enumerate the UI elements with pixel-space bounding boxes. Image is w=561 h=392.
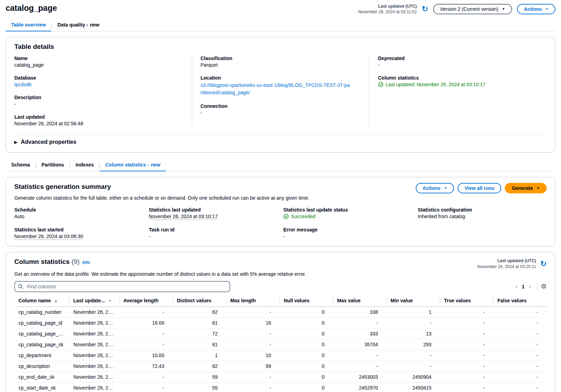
column-header-label: Column name: [19, 298, 51, 303]
generate-button[interactable]: Generate ▼: [505, 183, 547, 193]
cell: -: [119, 306, 173, 317]
chevron-down-icon: ▼: [444, 187, 447, 190]
cell: 0: [279, 361, 333, 371]
column-statistics-table: Column name▲Last update...▼Average lengt…: [14, 296, 547, 392]
table-row: cp_start_date_skNovember 26, 2024-55-024…: [14, 382, 547, 392]
column-header-true-values[interactable]: True values: [440, 296, 493, 307]
column-header-column-name[interactable]: Column name▲: [14, 296, 69, 307]
cell-column-name: cp_catalog_page_id: [14, 317, 69, 328]
s3-location-link[interactable]: s3://blogpost-sparkoneks-us-east-1/blog/…: [201, 82, 351, 96]
details-column-3: Deprecated - Column statistics Last upda…: [369, 56, 547, 126]
field-name: Name catalog_page: [14, 56, 183, 68]
cell: 2453003: [333, 371, 386, 382]
column-header-false-values[interactable]: False values: [493, 296, 547, 307]
table-row: cp_end_date_skNovember 26, 2024-59-02453…: [14, 371, 547, 382]
column-header-min-value[interactable]: Min value: [386, 296, 440, 307]
column-statistics-title-row: Column statistics (9) Info: [14, 258, 90, 266]
tab-label: Table overview: [11, 22, 46, 28]
tab-indexes[interactable]: Indexes: [70, 159, 99, 171]
cell: 293: [386, 339, 440, 350]
check-circle-icon: [283, 214, 289, 219]
cell: 2450815: [386, 382, 440, 392]
version-selector[interactable]: Version 2 (Current version) ▼: [433, 4, 512, 14]
column-header-label: Average length: [123, 298, 159, 303]
cell: -: [119, 339, 173, 350]
column-header-max-length[interactable]: Max length: [226, 296, 279, 307]
column-header-label: Last update...: [73, 298, 105, 303]
page: catalog_page Last updated (UTC) November…: [0, 0, 561, 392]
status-badge: Succeeded: [283, 214, 412, 219]
page-header: catalog_page Last updated (UTC) November…: [6, 2, 555, 17]
check-circle-icon: [378, 82, 384, 87]
cell: 35704: [333, 339, 386, 350]
cell: -: [226, 382, 279, 392]
cell: 72: [173, 328, 226, 339]
table-toolbar: ‹ 1 › ⚙: [14, 281, 547, 292]
field-description: Description -: [14, 95, 183, 107]
cell: 72.43: [119, 361, 173, 371]
column-statistics-head: Column statistics (9) Info Last updated …: [14, 258, 547, 269]
cell: November 26, 2024: [69, 382, 119, 392]
field-stats-last-started: Statistics last started November 26, 202…: [14, 227, 143, 239]
cell: 2452970: [333, 382, 386, 392]
info-link[interactable]: Info: [82, 260, 90, 265]
column-header-last-update[interactable]: Last update...▼: [69, 296, 119, 307]
cell: -: [440, 350, 493, 361]
field-classification: Classification Parquet: [201, 56, 361, 68]
column-header-null-values[interactable]: Null values: [279, 296, 333, 307]
column-statistics-last-updated: Last updated (UTC) November 26, 2024 at …: [478, 258, 547, 269]
refresh-icon[interactable]: ↻: [540, 260, 547, 268]
column-header-label: False values: [497, 298, 526, 303]
gear-icon[interactable]: ⚙: [541, 283, 547, 290]
table-row: cp_descriptionNovember 26, 202472.438299…: [14, 361, 547, 371]
search-input[interactable]: [14, 281, 230, 292]
cell: 0: [279, 317, 333, 328]
chevron-down-icon: ▼: [545, 8, 548, 11]
tab-data-quality[interactable]: Data quality - new: [52, 19, 105, 31]
cell: 62: [173, 306, 226, 317]
tab-schema[interactable]: Schema: [6, 159, 36, 171]
column-header-label: Max value: [337, 298, 360, 303]
cell: November 26, 2024: [69, 306, 119, 317]
field-location: Location s3://blogpost-sparkoneks-us-eas…: [201, 75, 361, 96]
column-statistics-description: Get an overview of the data profile. We …: [14, 271, 547, 277]
database-link[interactable]: tpcdsdb: [14, 82, 31, 87]
refresh-icon[interactable]: ↻: [422, 5, 428, 13]
advanced-properties-expander[interactable]: ▶ Advanced properties: [14, 134, 547, 145]
cell: 0: [279, 306, 333, 317]
cell: 1: [173, 350, 226, 361]
cell: -: [226, 306, 279, 317]
page-number[interactable]: 1: [520, 284, 526, 289]
stats-summary-head: Statistics generation summary Actions ▼ …: [14, 183, 547, 193]
cell: -: [119, 371, 173, 382]
field-stats-last-updated: Statistics last updated November 26, 202…: [149, 207, 278, 219]
view-all-runs-button[interactable]: View all runs: [458, 183, 501, 193]
tab-partitions[interactable]: Partitions: [36, 159, 70, 171]
stats-summary-description: Generate column statistics for the full …: [14, 195, 547, 201]
field-database: Database tpcdsdb: [14, 75, 183, 87]
cell: 2450904: [386, 371, 440, 382]
cell: -: [493, 361, 547, 371]
cell: 0: [279, 339, 333, 350]
cell: 0: [279, 328, 333, 339]
cell: 82: [173, 361, 226, 371]
cell: -: [440, 382, 493, 392]
tab-column-statistics[interactable]: Column statistics - new: [100, 159, 166, 171]
previous-page-button[interactable]: ‹: [513, 283, 520, 290]
cell: -: [119, 328, 173, 339]
field-connection: Connection -: [201, 103, 361, 116]
actions-button[interactable]: Actions ▼: [517, 4, 555, 14]
column-header-max-value[interactable]: Max value: [333, 296, 386, 307]
next-page-button[interactable]: ›: [526, 283, 533, 290]
cell: 1: [386, 306, 440, 317]
stats-summary-grid: Schedule Auto Statistics last updated No…: [14, 207, 547, 239]
column-header-average-length[interactable]: Average length: [119, 296, 173, 307]
summary-actions-button[interactable]: Actions ▼: [416, 183, 454, 193]
cell-column-name: cp_start_date_sk: [14, 382, 69, 392]
cell: -: [493, 328, 547, 339]
last-updated-label: Last updated (UTC): [358, 3, 417, 9]
cell: November 26, 2024: [69, 371, 119, 382]
column-header-distinct-values[interactable]: Distinct values: [173, 296, 226, 307]
cell: -: [493, 371, 547, 382]
tab-table-overview[interactable]: Table overview: [6, 19, 51, 31]
